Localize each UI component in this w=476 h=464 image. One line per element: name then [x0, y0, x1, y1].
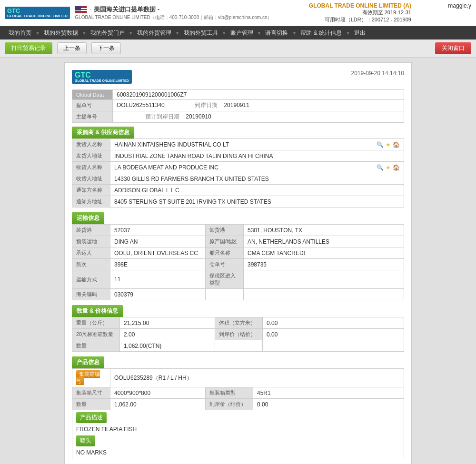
- notify-name-label: 通知方名称: [72, 185, 110, 196]
- flag-icon: [75, 6, 87, 13]
- notify-addr-value: 8405 STERLING ST SUITE 201 IRVING TX UNI…: [110, 196, 404, 207]
- shipper-addr-label: 发货人地址: [72, 150, 110, 162]
- nav-home[interactable]: 我的首页: [5, 26, 35, 39]
- warehouse-value: 398735: [244, 259, 404, 270]
- nav-sep8: ▼: [346, 30, 350, 36]
- container-type-label: 集装箱类型: [206, 387, 253, 399]
- loading-place-label: 预装运地: [72, 236, 110, 247]
- bill-no-label: 提单号: [72, 100, 113, 111]
- product-price-value: 0.00: [253, 399, 404, 410]
- product-price-label: 到岸价（结价）: [206, 399, 253, 410]
- voyage-label: 航次: [72, 259, 110, 270]
- nav-sep2: ▼: [82, 30, 87, 36]
- master-bill-label: 主提单号: [72, 111, 113, 123]
- transport-section-title: 运输信息: [72, 212, 104, 224]
- supplier-section-title: 采购商 & 供应商信息: [72, 127, 134, 138]
- product-qty-label: 数量: [72, 399, 110, 410]
- nav-lang[interactable]: 语言切换: [261, 26, 292, 39]
- consignee-addr-label: 收货人地址: [72, 173, 110, 185]
- customs-code-value: 030379: [110, 289, 206, 300]
- nav-help[interactable]: 帮助 & 统计信息: [297, 26, 346, 39]
- shipper-name-label: 发货人名称: [72, 139, 110, 150]
- container-size-label: 集装箱尺寸: [72, 387, 110, 399]
- ldr-info: 可用时段（LDR）：200712 - 201909: [309, 16, 411, 23]
- nav-sep1: ▼: [35, 30, 40, 36]
- consignee-addr-value: 14330 GILLIS RD FARMERS BRANCH TX UNITED…: [110, 173, 404, 185]
- notify-name-value: ADDISON GLOBAL L L C: [110, 185, 404, 196]
- departure-port-label: 装货港: [72, 225, 110, 236]
- product-desc-title: 产品描述: [76, 412, 107, 423]
- qty-value: 1,062.00(CTN): [120, 340, 215, 352]
- weight-value: 21,215.00: [120, 317, 215, 329]
- marks-button[interactable]: 唛头: [76, 435, 95, 446]
- shipper-addr-value: INDUSTRIAL ZONE TANAN ROAD TALIN DING AN…: [110, 150, 404, 162]
- transport-section: 运输信息 装货港 57037 卸货港 5301, HOUSTON, TX 预装运…: [72, 212, 404, 300]
- container20-value: 2.00: [120, 329, 215, 340]
- nav-sep5: ▼: [222, 30, 227, 36]
- voyage-value: 398E: [110, 259, 206, 270]
- nav-account[interactable]: 账户管理: [227, 26, 257, 39]
- vessel-label: 船只名称: [206, 247, 244, 259]
- supplier-section: 采购商 & 供应商信息 发货人名称 HAINAN XINTAISHENG IND…: [72, 127, 404, 207]
- container-type-value: 45R1: [253, 387, 404, 399]
- nav-sep7: ▼: [292, 30, 297, 36]
- nav-logout[interactable]: 退出: [350, 26, 369, 39]
- arrival-price-value: 0.00: [263, 329, 404, 340]
- departure-port-value: 57037: [110, 225, 206, 236]
- arrival-date-label: 到岸日期: [166, 102, 218, 109]
- container20-label: 20尺标准箱数量: [72, 329, 120, 340]
- company-badge: GLOBAL TRADE ONLINE LIMITED (A): [309, 2, 411, 9]
- container-no-label: 集装箱编号: [72, 369, 110, 387]
- consignee-name-label: 收货人名称: [72, 162, 110, 173]
- carrier-label: 承运人: [72, 247, 110, 259]
- product-section-title: 产品信息: [72, 356, 104, 368]
- product-qty-value: 1,062.00: [110, 399, 206, 410]
- home-icon[interactable]: 🏠: [393, 141, 400, 148]
- logo: GTC GLOBAL TRADE ONLINE LIMITED: [5, 7, 70, 19]
- star-icon[interactable]: ★: [386, 141, 391, 148]
- site-contact: GLOBAL TRADE ONLINE LIMITED（电话：400-710-3…: [75, 14, 272, 21]
- global-data-value: 60032019091200001006Z7: [113, 90, 404, 100]
- qty-label: 数量: [72, 340, 120, 352]
- prev-button[interactable]: 上一条: [57, 42, 87, 54]
- nav-sep4: ▼: [175, 30, 180, 36]
- arrival-port-value: 5301, HOUSTON, TX: [244, 225, 404, 236]
- carrier-value: OOLU, ORIENT OVERSEAS CC: [110, 247, 206, 259]
- nav-sep3: ▼: [129, 30, 133, 36]
- bill-no-value: OOLU2625511340 到岸日期 20190911: [113, 100, 404, 111]
- volume-label: 体积（立方米）: [215, 317, 263, 329]
- quantity-section: 数量 & 价格信息 重量（公斤） 21,215.00 体积（立方米） 0.00 …: [72, 305, 404, 352]
- transport-mode-label: 运输方式: [72, 270, 110, 289]
- vessel-value: CMA CGM TANCREDI: [244, 247, 404, 259]
- container-size-value: 4000*900*800: [110, 387, 206, 399]
- nav-trade-data[interactable]: 我的外贸数据: [40, 26, 82, 39]
- global-data-label: Global Data: [72, 90, 113, 100]
- nav-portal[interactable]: 我的外贸门户: [87, 26, 129, 39]
- user-info: maggie.y: [448, 2, 471, 9]
- container-no-value: OOLU6235289（R1 / L / HH）: [110, 369, 404, 387]
- consignee-search-icon[interactable]: 🔍: [377, 164, 384, 171]
- notify-addr-label: 通知方地址: [72, 196, 110, 207]
- quantity-section-title: 数量 & 价格信息: [72, 305, 123, 317]
- valid-until: 有效期至 2019-12-31: [309, 9, 411, 16]
- origin-label: 原产国/地区: [206, 236, 244, 247]
- transport-mode-value: 11: [110, 270, 206, 289]
- consignee-name-value: LA BODEGA MEAT AND PRODUCE INC 🔍 ★ 🏠: [110, 162, 404, 173]
- master-bill-value: 预计到岸日期 20190910: [113, 111, 404, 123]
- arrival-port-label: 卸货港: [206, 225, 244, 236]
- print-button[interactable]: 打印贸易记录: [5, 42, 52, 54]
- consignee-home-icon[interactable]: 🏠: [393, 164, 400, 171]
- site-title: 美国海关进口提单数据 -: [94, 5, 159, 14]
- search-icon[interactable]: 🔍: [377, 141, 384, 148]
- close-button[interactable]: 关闭窗口: [435, 42, 471, 54]
- customs-code-label: 海关编码: [72, 289, 110, 300]
- doc-header: GTC GLOBAL TRADE ONLINE LIMITED 2019-09-…: [72, 70, 404, 84]
- shipper-name-value: HAINAN XINTAISHENG INDUSTRIAL CO LT 🔍 ★ …: [110, 139, 404, 150]
- loading-place-value: DING AN: [110, 236, 206, 247]
- nav-sep6: ▼: [257, 30, 262, 36]
- nav-tools[interactable]: 我的外贸工具: [180, 26, 222, 39]
- consignee-star-icon[interactable]: ★: [386, 164, 391, 171]
- est-arrival-label: 预计到岸日期: [117, 113, 179, 120]
- nav-manage[interactable]: 我的外贸管理: [133, 26, 175, 39]
- next-button[interactable]: 下一条: [91, 42, 121, 54]
